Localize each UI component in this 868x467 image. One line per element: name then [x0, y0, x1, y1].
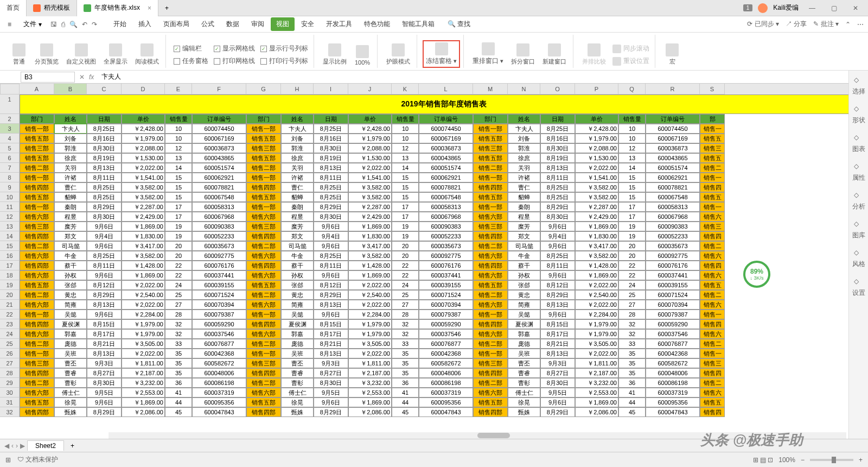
cell[interactable]: 22: [618, 261, 646, 270]
cell[interactable]: 卞夫人: [281, 124, 314, 134]
cell[interactable]: 销售四: [700, 182, 725, 192]
zoom-slider[interactable]: [810, 459, 853, 461]
cell[interactable]: ￥2,287.00: [348, 202, 392, 212]
cell[interactable]: 600095356: [192, 397, 246, 407]
header-cell[interactable]: 订单编号: [646, 114, 700, 124]
cell[interactable]: 销售四部: [246, 261, 281, 270]
zoom-100[interactable]: 100%: [351, 43, 374, 68]
col-header[interactable]: P: [575, 84, 618, 94]
cell[interactable]: 600086198: [192, 378, 246, 388]
cell[interactable]: ￥3,232.00: [575, 378, 618, 388]
cell[interactable]: 8月13日: [540, 349, 575, 358]
cell[interactable]: 8月15日: [87, 319, 122, 329]
cell[interactable]: 600058313: [646, 202, 700, 212]
cell[interactable]: 8月11日: [87, 173, 122, 182]
row-header[interactable]: 10: [0, 192, 20, 202]
cell[interactable]: 600071524: [192, 290, 246, 300]
header-cell[interactable]: 销售量: [618, 114, 646, 124]
header-cell[interactable]: 姓名: [54, 114, 87, 124]
cell[interactable]: 牛金: [508, 251, 540, 261]
view-pagebreak[interactable]: 分页预览: [31, 41, 62, 68]
cell[interactable]: 600062921: [646, 173, 700, 182]
cell[interactable]: 9月6日: [314, 222, 348, 231]
cell[interactable]: 张郃: [54, 280, 87, 290]
cell[interactable]: 35: [392, 368, 419, 378]
cell[interactable]: ￥1,979.00: [122, 134, 165, 143]
cell[interactable]: 32: [165, 319, 192, 329]
cell[interactable]: 销售五部: [20, 134, 54, 143]
cell[interactable]: 郑文: [54, 231, 87, 241]
cell[interactable]: 销售一部: [473, 173, 508, 182]
cell[interactable]: ￥2,022.00: [122, 300, 165, 310]
cell[interactable]: 张郃: [508, 280, 540, 290]
cell[interactable]: 程昱: [508, 212, 540, 222]
cell[interactable]: 9月4日: [314, 231, 348, 241]
cell[interactable]: 销售五: [700, 134, 725, 143]
cell[interactable]: 600042368: [419, 349, 473, 358]
cell[interactable]: 简雍: [508, 300, 540, 310]
cell[interactable]: 销售六: [700, 388, 725, 397]
cell[interactable]: ￥2,086.00: [575, 407, 618, 417]
cell[interactable]: ￥1,530.00: [575, 153, 618, 163]
cell[interactable]: 600078821: [192, 182, 246, 192]
row-header[interactable]: 23: [0, 319, 20, 329]
cell[interactable]: 销售二部: [20, 241, 54, 251]
cell[interactable]: 销售六部: [473, 212, 508, 222]
cell[interactable]: ￥3,232.00: [348, 378, 392, 388]
zoom-value[interactable]: 100%: [778, 456, 795, 464]
cell[interactable]: 8月30日: [540, 378, 575, 388]
col-header[interactable]: E: [165, 84, 192, 94]
cell[interactable]: 15: [165, 192, 192, 202]
ribbon-tab-智能工具箱[interactable]: 智能工具箱: [397, 17, 440, 31]
cell[interactable]: ￥2,187.00: [348, 368, 392, 378]
cell[interactable]: 27: [392, 300, 419, 310]
cell[interactable]: 600052233: [419, 231, 473, 241]
header-cell[interactable]: 姓名: [508, 114, 540, 124]
ribbon-tab-开发工具[interactable]: 开发工具: [321, 17, 358, 31]
cell[interactable]: 销售六部: [246, 270, 281, 280]
cell[interactable]: 600035673: [419, 241, 473, 251]
cell[interactable]: ￥3,582.00: [348, 192, 392, 202]
cell[interactable]: ￥2,022.00: [575, 163, 618, 173]
ribbon-tab-公式[interactable]: 公式: [196, 17, 220, 31]
cell[interactable]: 8月29日: [87, 290, 122, 300]
cell[interactable]: 销售一: [700, 202, 725, 212]
cell[interactable]: 销售一部: [20, 202, 54, 212]
row-header[interactable]: 6: [0, 153, 20, 163]
row-header[interactable]: 8: [0, 173, 20, 182]
cell[interactable]: 600037441: [646, 270, 700, 280]
header-cell[interactable]: 部门: [20, 114, 54, 124]
cell[interactable]: 19: [618, 222, 646, 231]
cell[interactable]: ￥2,540.00: [348, 290, 392, 300]
view-fullscreen[interactable]: 全屏显示: [100, 41, 131, 68]
cell[interactable]: 销售二部: [246, 290, 281, 300]
col-header[interactable]: M: [473, 84, 508, 94]
doc-protect[interactable]: 🛡 文档未保护: [17, 455, 58, 464]
cell[interactable]: 8月25日: [87, 251, 122, 261]
cell[interactable]: 销售一部: [20, 310, 54, 319]
cell[interactable]: 销售一部: [20, 349, 54, 358]
cell[interactable]: 10: [618, 134, 646, 143]
cell[interactable]: 郭淮: [281, 143, 314, 153]
sheet-nav-first[interactable]: ◀: [4, 442, 9, 450]
cell[interactable]: 24: [618, 280, 646, 290]
cell[interactable]: 曹彰: [54, 378, 87, 388]
cell[interactable]: 8月15日: [540, 319, 575, 329]
zoom-in-icon[interactable]: +: [859, 456, 863, 464]
cell[interactable]: 9月4日: [87, 231, 122, 241]
cell[interactable]: 600043865: [646, 153, 700, 163]
ribbon-tab-审阅[interactable]: 审阅: [246, 17, 270, 31]
cell[interactable]: 15: [165, 173, 192, 182]
preview-icon[interactable]: 🔍: [69, 21, 78, 28]
cell[interactable]: ￥2,540.00: [122, 290, 165, 300]
cell[interactable]: ￥1,428.00: [348, 261, 392, 270]
cell[interactable]: 销售六部: [473, 388, 508, 397]
cell[interactable]: 曹睿: [508, 368, 540, 378]
new-window[interactable]: 新建窗口: [539, 41, 570, 68]
cell[interactable]: 秦朗: [54, 202, 87, 212]
cell[interactable]: ￥3,582.00: [575, 182, 618, 192]
cell[interactable]: ￥1,830.00: [348, 231, 392, 241]
col-header[interactable]: C: [87, 84, 122, 94]
cell[interactable]: 8月25日: [87, 124, 122, 134]
cell[interactable]: 销售一: [700, 173, 725, 182]
